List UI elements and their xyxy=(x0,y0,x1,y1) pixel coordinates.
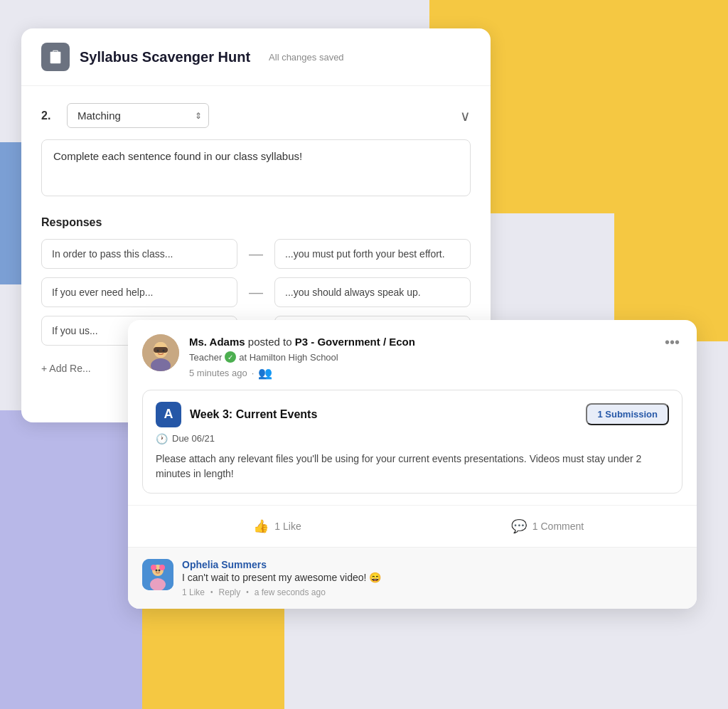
post-time: 5 minutes ago · 👥 xyxy=(189,366,652,380)
assignment-header: A Week 3: Current Events 1 Submission xyxy=(156,402,669,427)
response-row-1: — xyxy=(41,239,471,269)
question-type-select[interactable]: Matching Multiple Choice Short Answer xyxy=(67,103,209,128)
svg-point-5 xyxy=(157,350,159,352)
response-left-1[interactable] xyxy=(41,239,237,269)
quiz-title: Syllabus Scavenger Hunt xyxy=(80,49,250,65)
bg-decoration-yellow-right xyxy=(614,128,728,341)
submission-badge-button[interactable]: 1 Submission xyxy=(586,403,669,425)
like-label: 1 Like xyxy=(274,521,301,532)
response-dash-1: — xyxy=(249,246,263,262)
teacher-avatar-svg xyxy=(142,334,179,371)
audience-icon: 👥 xyxy=(258,366,272,380)
assignment-icon: A xyxy=(156,402,181,427)
due-date: 🕐 Due 06/21 xyxy=(156,433,669,444)
reply-button[interactable]: Reply xyxy=(219,587,241,597)
assignment-title: Week 3: Current Events xyxy=(190,408,317,421)
saved-status: All changes saved xyxy=(269,52,344,63)
comment-icon: 💬 xyxy=(511,518,527,534)
svg-point-12 xyxy=(156,569,158,571)
assignment-description: Please attach any relevant files you'll … xyxy=(156,452,669,481)
teacher-avatar xyxy=(142,334,179,371)
teacher-label: Teacher xyxy=(189,352,222,363)
more-options-button[interactable]: ••• xyxy=(662,334,682,351)
add-response-button[interactable]: + Add Re... xyxy=(41,360,91,377)
quiz-card-header: Syllabus Scavenger Hunt All changes save… xyxy=(21,28,491,86)
comment-time: a few seconds ago xyxy=(255,587,326,597)
comment-avatar xyxy=(142,559,173,590)
response-right-2[interactable] xyxy=(274,277,471,307)
assignment-title-group: A Week 3: Current Events xyxy=(156,402,317,427)
post-author: Ms. Adams xyxy=(189,336,245,348)
post-actions: 👍 1 Like 💬 1 Comment xyxy=(128,505,697,547)
like-icon: 👍 xyxy=(253,518,269,534)
post-class: P3 - Government / Econ xyxy=(295,336,415,348)
post-intro: posted to xyxy=(248,336,295,348)
prompt-textarea[interactable]: Complete each sentence found in our clas… xyxy=(41,139,471,196)
due-label: Due 06/21 xyxy=(172,433,215,444)
student-avatar-svg xyxy=(142,559,173,590)
verified-icon: ✓ xyxy=(225,351,236,363)
svg-rect-4 xyxy=(154,347,168,353)
comments-section: Ophelia Summers I can't wait to present … xyxy=(128,547,697,609)
response-right-1[interactable] xyxy=(274,239,471,269)
question-number: 2. xyxy=(41,110,55,122)
post-meta: Ms. Adams posted to P3 - Government / Ec… xyxy=(189,334,652,380)
quiz-icon xyxy=(41,43,70,71)
clipboard-icon xyxy=(48,49,63,65)
clock-icon: 🕐 xyxy=(156,433,168,444)
teacher-badge: Teacher ✓ at Hamilton High School xyxy=(189,351,338,363)
response-left-2[interactable] xyxy=(41,277,237,307)
comment-item: Ophelia Summers I can't wait to present … xyxy=(142,559,682,597)
comment-meta: 1 Like • Reply • a few seconds ago xyxy=(182,587,682,597)
time-ago: 5 minutes ago xyxy=(189,368,247,378)
question-row: 2. Matching Multiple Choice Short Answer… xyxy=(41,103,471,128)
responses-label: Responses xyxy=(41,216,471,229)
post-header: Ms. Adams posted to P3 - Government / Ec… xyxy=(128,320,697,390)
svg-point-10 xyxy=(151,565,156,570)
post-title-row: Ms. Adams posted to P3 - Government / Ec… xyxy=(189,334,652,349)
svg-point-11 xyxy=(159,565,165,570)
comment-author[interactable]: Ophelia Summers xyxy=(182,559,682,570)
comment-like-count[interactable]: 1 Like xyxy=(182,587,205,597)
response-dash-2: — xyxy=(249,284,263,301)
assignment-card: A Week 3: Current Events 1 Submission 🕐 … xyxy=(142,390,682,494)
like-button[interactable]: 👍 1 Like xyxy=(142,514,412,538)
comment-body: Ophelia Summers I can't wait to present … xyxy=(182,559,682,597)
response-row-2: — xyxy=(41,277,471,307)
comment-label: 1 Comment xyxy=(532,521,584,532)
collapse-icon[interactable]: ∨ xyxy=(460,107,471,124)
svg-point-13 xyxy=(159,569,161,571)
school-label: at Hamilton High School xyxy=(239,352,338,363)
question-type-wrapper[interactable]: Matching Multiple Choice Short Answer xyxy=(67,103,209,128)
social-post-card: Ms. Adams posted to P3 - Government / Ec… xyxy=(128,320,697,609)
svg-point-6 xyxy=(163,350,165,352)
comment-button[interactable]: 💬 1 Comment xyxy=(412,514,682,538)
comment-text: I can't wait to present my awesome video… xyxy=(182,572,682,583)
